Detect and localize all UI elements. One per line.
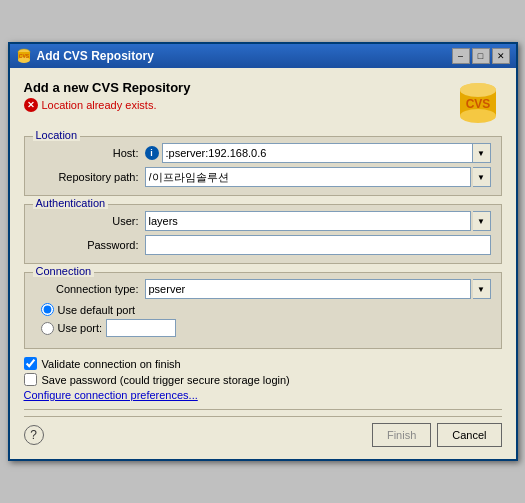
password-input[interactable]: [145, 235, 491, 255]
conn-type-row: Connection type: ▼: [35, 279, 491, 299]
host-input[interactable]: [162, 143, 473, 163]
cvs-logo-image: CVS: [454, 80, 502, 128]
user-control-wrap: ▼: [145, 211, 491, 231]
auth-section: Authentication User: ▼ Password:: [24, 204, 502, 264]
conn-type-input[interactable]: [145, 279, 471, 299]
user-input[interactable]: [145, 211, 471, 231]
user-dropdown-btn[interactable]: ▼: [473, 211, 491, 231]
repo-control-wrap: ▼: [145, 167, 491, 187]
svg-text:CVS: CVS: [465, 97, 490, 111]
window-content: Add a new CVS Repository ✕ Location alre…: [10, 68, 516, 459]
validate-checkbox[interactable]: [24, 357, 37, 370]
main-window: CVS Add CVS Repository – □ ✕ Add a new C…: [8, 42, 518, 461]
auth-label: Authentication: [33, 197, 109, 209]
maximize-button[interactable]: □: [472, 48, 490, 64]
button-bar: ? Finish Cancel: [24, 416, 502, 449]
conn-type-label: Connection type:: [35, 283, 145, 295]
location-section: Location Host: i ▼ Repository path: ▼: [24, 136, 502, 196]
validate-row: Validate connection on finish: [24, 357, 502, 370]
title-bar-left: CVS Add CVS Repository: [16, 48, 154, 64]
header-text: Add a new CVS Repository ✕ Location alre…: [24, 80, 191, 112]
dialog-title: Add a new CVS Repository: [24, 80, 191, 95]
error-row: ✕ Location already exists.: [24, 98, 191, 112]
conn-type-dropdown-btn[interactable]: ▼: [473, 279, 491, 299]
svg-text:CVS: CVS: [18, 53, 29, 59]
header-section: Add a new CVS Repository ✕ Location alre…: [24, 80, 502, 128]
finish-button[interactable]: Finish: [372, 423, 431, 447]
host-dropdown-btn[interactable]: ▼: [473, 143, 491, 163]
use-port-label: Use port:: [58, 322, 103, 334]
error-icon: ✕: [24, 98, 38, 112]
password-label: Password:: [35, 239, 145, 251]
repo-row: Repository path: ▼: [35, 167, 491, 187]
button-divider: [24, 409, 502, 410]
repo-dropdown-btn[interactable]: ▼: [473, 167, 491, 187]
default-port-radio[interactable]: [41, 303, 54, 316]
conn-type-control-wrap: ▼: [145, 279, 491, 299]
svg-point-6: [460, 109, 496, 123]
title-bar: CVS Add CVS Repository – □ ✕: [10, 44, 516, 68]
password-row: Password:: [35, 235, 491, 255]
btn-group: Finish Cancel: [372, 423, 502, 447]
window-title: Add CVS Repository: [37, 49, 154, 63]
host-control-wrap: i ▼: [145, 143, 491, 163]
window-icon: CVS: [16, 48, 32, 64]
cancel-button[interactable]: Cancel: [437, 423, 501, 447]
host-label: Host:: [35, 147, 145, 159]
connection-section: Connection Connection type: ▼ Use defaul…: [24, 272, 502, 349]
title-buttons: – □ ✕: [452, 48, 510, 64]
info-icon: i: [145, 146, 159, 160]
user-row: User: ▼: [35, 211, 491, 231]
svg-point-7: [460, 83, 496, 97]
validate-label: Validate connection on finish: [42, 358, 181, 370]
save-password-row: Save password (could trigger secure stor…: [24, 373, 502, 386]
host-row: Host: i ▼: [35, 143, 491, 163]
use-port-radio[interactable]: [41, 322, 54, 335]
cvs-logo: CVS: [454, 80, 502, 128]
default-port-row: Use default port: [41, 303, 491, 316]
password-control-wrap: [145, 235, 491, 255]
error-message: Location already exists.: [42, 99, 157, 111]
repo-input[interactable]: [145, 167, 471, 187]
minimize-button[interactable]: –: [452, 48, 470, 64]
close-button[interactable]: ✕: [492, 48, 510, 64]
port-input[interactable]: [106, 319, 176, 337]
host-input-wrap: i ▼: [145, 143, 491, 163]
save-password-checkbox[interactable]: [24, 373, 37, 386]
user-label: User:: [35, 215, 145, 227]
help-button[interactable]: ?: [24, 425, 44, 445]
location-label: Location: [33, 129, 81, 141]
default-port-label: Use default port: [58, 304, 136, 316]
connection-label: Connection: [33, 265, 95, 277]
repo-label: Repository path:: [35, 171, 145, 183]
configure-link[interactable]: Configure connection preferences...: [24, 389, 502, 401]
save-password-label: Save password (could trigger secure stor…: [42, 374, 290, 386]
use-port-row: Use port:: [41, 319, 491, 337]
